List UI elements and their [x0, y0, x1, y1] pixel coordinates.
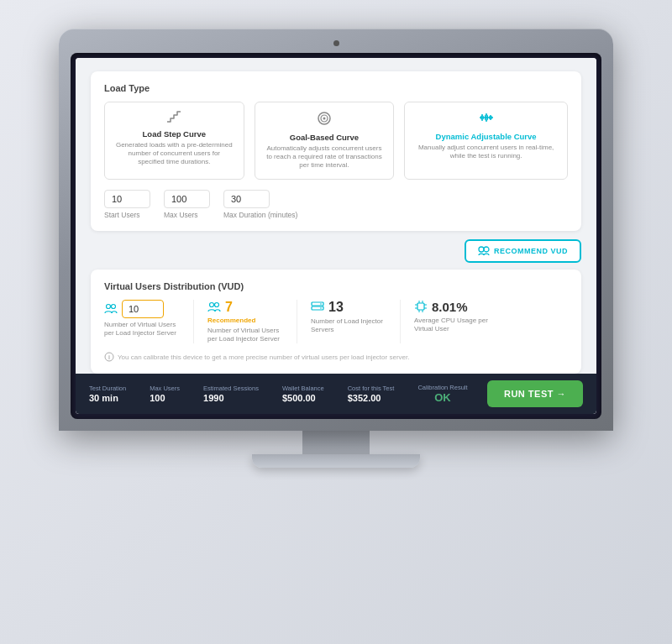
status-max-users: Max Users 100 — [150, 385, 180, 403]
vud-value-row-1 — [104, 300, 180, 318]
max-duration-input[interactable] — [223, 190, 270, 208]
status-calibration: Calibration Result OK — [417, 384, 467, 404]
svg-point-19 — [320, 307, 322, 309]
vud-item-2: 7 Recommended Number of Virtual Users pe… — [207, 300, 283, 344]
inputs-row: Start Users Max Users Max Duration (minu… — [104, 190, 568, 219]
max-duration-group: Max Duration (minutes) — [223, 190, 297, 219]
vud-section: Virtual Users Distribution (VUD) — [91, 270, 581, 374]
goal-based-title: Goal-Based Curve — [265, 133, 384, 142]
dynamic-curve-title: Dynamic Adjustable Curve — [415, 132, 557, 141]
start-users-group: Start Users — [104, 190, 150, 219]
vud-input-1[interactable] — [122, 300, 164, 318]
vud-label-2: Number of Virtual Users per Load Injecto… — [207, 327, 283, 344]
recommend-row: RECOMMEND VUD — [91, 239, 581, 263]
start-users-label: Start Users — [104, 211, 150, 219]
vud-value-4: 8.01% — [432, 300, 468, 314]
monitor-body: Load Type Load Step Curve Gener — [59, 29, 613, 432]
monitor-base — [252, 454, 420, 468]
svg-rect-16 — [312, 302, 323, 306]
max-users-label: Max Users — [164, 211, 210, 219]
svg-point-15 — [215, 302, 219, 306]
load-step-desc: Generated loads with a pre-determined nu… — [115, 141, 234, 167]
svg-point-14 — [210, 302, 214, 306]
vud-value-row-4: 8.01% — [414, 300, 490, 314]
status-test-duration: Test Duration 30 min — [89, 385, 126, 403]
goal-based-desc: Automatically adjusts concurrent users t… — [265, 144, 384, 170]
vud-value-row-2: 7 — [207, 300, 283, 315]
load-type-title: Load Type — [104, 83, 568, 93]
svg-rect-20 — [417, 303, 424, 310]
vud-label-1: Number of Virtual Users per Load Injecto… — [104, 321, 180, 338]
goal-based-icon — [265, 111, 384, 129]
status-wallet-balance: Wallet Balance $500.00 — [282, 385, 324, 403]
status-bar: Test Duration 30 min Max Users 100 Estim… — [76, 374, 596, 414]
vud-value-2: 7 — [225, 300, 233, 315]
run-test-button[interactable]: RUN TEST → — [487, 380, 583, 407]
vud-value-3: 13 — [328, 300, 344, 315]
dynamic-curve-icon — [415, 111, 557, 128]
svg-point-13 — [112, 304, 116, 308]
vud-value-row-3: 13 — [311, 300, 386, 315]
load-step-title: Load Step Curve — [115, 129, 234, 139]
monitor-wrapper: Load Type Load Step Curve Gener — [50, 29, 622, 616]
max-duration-label: Max Duration (minutes) — [223, 211, 297, 219]
goal-based-option[interactable]: Goal-Based Curve Automatically adjusts c… — [255, 102, 395, 180]
vud-grid: Number of Virtual Users per Load Injecto… — [104, 300, 568, 344]
vud-item-1: Number of Virtual Users per Load Injecto… — [104, 300, 180, 338]
server-icon — [311, 301, 324, 313]
dynamic-curve-desc: Manually adjust concurrent users in real… — [415, 144, 557, 161]
vud-divider-2 — [297, 300, 297, 344]
recommended-label: Recommended — [207, 317, 283, 324]
screen-bezel: Load Type Load Step Curve Gener — [71, 53, 601, 420]
camera-dot — [333, 40, 339, 46]
vud-item-3: 13 Number of Load Injector Servers — [311, 300, 386, 335]
load-step-option[interactable]: Load Step Curve Generated loads with a p… — [104, 102, 244, 180]
svg-point-2 — [323, 117, 325, 119]
recommend-vud-button[interactable]: RECOMMEND VUD — [465, 239, 581, 263]
vud-title: Virtual Users Distribution (VUD) — [104, 281, 568, 291]
svg-rect-17 — [312, 306, 323, 310]
status-cost: Cost for this Test $352.00 — [348, 385, 395, 403]
dynamic-curve-option[interactable]: Dynamic Adjustable Curve Manually adjust… — [404, 102, 568, 180]
vud-item-4: 8.01% Average CPU Usage per Virtual User — [414, 300, 490, 334]
screen-content: Load Type Load Step Curve Gener — [76, 58, 596, 374]
users-icon-1 — [104, 303, 118, 315]
start-users-input[interactable] — [104, 190, 150, 208]
load-type-card: Load Type Load Step Curve Gener — [91, 71, 581, 231]
vud-note: i You can calibrate this device to get a… — [104, 352, 568, 362]
users-icon-2 — [207, 301, 221, 313]
max-users-group: Max Users — [164, 190, 210, 219]
recommend-vud-icon — [478, 246, 490, 256]
vud-label-4: Average CPU Usage per Virtual User — [414, 317, 490, 334]
info-icon: i — [104, 352, 114, 362]
vud-divider-1 — [193, 300, 194, 344]
vud-divider-3 — [400, 300, 401, 344]
vud-label-3: Number of Load Injector Servers — [311, 317, 386, 335]
svg-point-10 — [479, 247, 484, 252]
monitor-neck — [302, 431, 370, 454]
status-estimated-sessions: Estimated Sessions 1990 — [203, 385, 259, 403]
svg-point-11 — [484, 247, 489, 252]
screen: Load Type Load Step Curve Gener — [76, 58, 596, 415]
svg-point-12 — [107, 304, 111, 308]
svg-point-18 — [320, 303, 322, 305]
load-step-icon — [115, 111, 234, 126]
load-type-grid: Load Step Curve Generated loads with a p… — [104, 102, 568, 180]
svg-text:i: i — [108, 354, 110, 360]
cpu-icon — [414, 300, 428, 313]
max-users-input[interactable] — [164, 190, 210, 208]
